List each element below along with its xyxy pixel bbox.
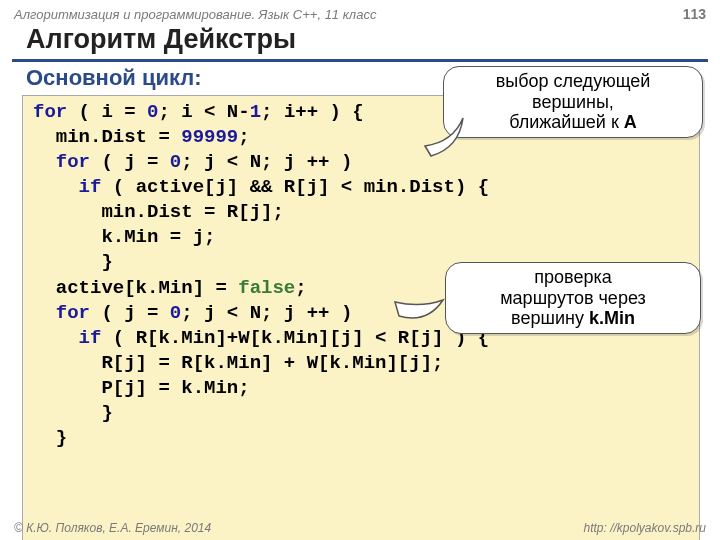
code-kw: for xyxy=(33,101,67,123)
code-text: ; i++ ) { xyxy=(261,101,364,123)
code-text: active[k.Min] = xyxy=(33,277,238,299)
code-kw: if xyxy=(33,327,101,349)
code-kw: for xyxy=(33,302,90,324)
authors-label: © К.Ю. Поляков, Е.А. Еремин, 2014 xyxy=(14,521,211,535)
callout-text: вершины, xyxy=(532,92,614,112)
callout-route-check: проверка маршрутов через вершину k.Min xyxy=(445,262,701,334)
slide-header: Алгоритмизация и программирование. Язык … xyxy=(0,0,720,24)
code-num: 1 xyxy=(250,101,261,123)
callout-tail-icon xyxy=(393,294,453,344)
callout-tail-icon xyxy=(423,116,473,166)
callout-text: проверка xyxy=(534,267,611,287)
code-num: 99999 xyxy=(181,126,238,148)
code-kw: for xyxy=(33,151,90,173)
callout-text: выбор следующей xyxy=(496,71,651,91)
code-text: } xyxy=(33,427,67,449)
code-text: ; j < N; j ++ ) xyxy=(181,151,352,173)
code-text: ( active[j] && R[j] < min.Dist) { xyxy=(101,176,489,198)
code-text: ; j < N; j ++ ) xyxy=(181,302,352,324)
slide-footer: © К.Ю. Поляков, Е.А. Еремин, 2014 http: … xyxy=(0,521,720,535)
page-number: 113 xyxy=(683,6,706,22)
code-text: } xyxy=(33,251,113,273)
callout-text: вершину xyxy=(511,308,589,328)
code-num: 0 xyxy=(170,151,181,173)
code-kw: if xyxy=(33,176,101,198)
code-text: ( j = xyxy=(90,151,170,173)
code-num: 0 xyxy=(170,302,181,324)
code-listing: for ( i = 0; i < N-1; i++ ) { min.Dist =… xyxy=(22,95,700,540)
callout-bold: A xyxy=(624,112,637,132)
code-text: } xyxy=(33,402,113,424)
code-text: ( j = xyxy=(90,302,170,324)
code-bool: false xyxy=(238,277,295,299)
callout-text: маршрутов через xyxy=(500,288,646,308)
course-label: Алгоритмизация и программирование. Язык … xyxy=(14,7,376,22)
code-text: k.Min = j; xyxy=(33,226,215,248)
code-text: ; xyxy=(238,126,249,148)
code-text: P[j] = k.Min; xyxy=(33,377,250,399)
code-text: R[j] = R[k.Min] + W[k.Min][j]; xyxy=(33,352,443,374)
slide-title: Алгоритм Дейкстры xyxy=(12,24,708,62)
callout-text: ближайшей к xyxy=(509,112,624,132)
code-text: ( i = xyxy=(67,101,147,123)
code-text: ; i < N- xyxy=(158,101,249,123)
code-text: min.Dist = R[j]; xyxy=(33,201,284,223)
code-text: ; xyxy=(295,277,306,299)
source-url: http: //kpolyakov.spb.ru xyxy=(583,521,706,535)
code-num: 0 xyxy=(147,101,158,123)
callout-vertex-select: выбор следующей вершины, ближайшей к A xyxy=(443,66,703,138)
callout-bold: k.Min xyxy=(589,308,635,328)
code-text: min.Dist = xyxy=(33,126,181,148)
